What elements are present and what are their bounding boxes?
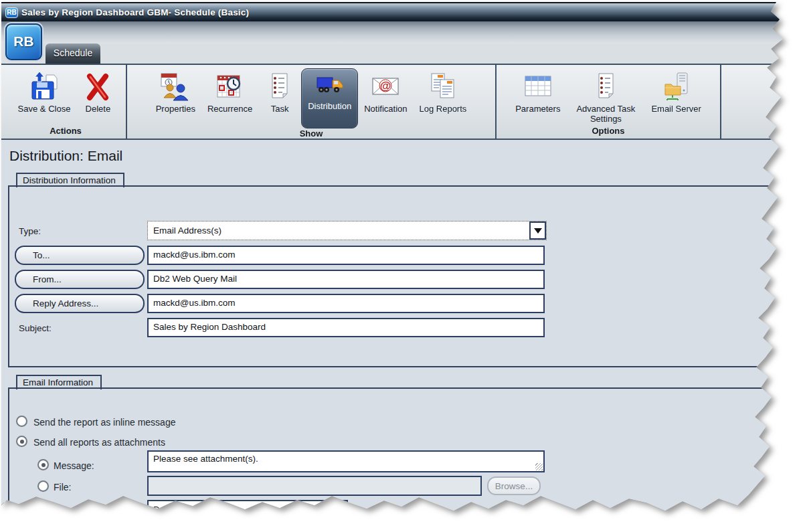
chevron-down-icon (335, 507, 343, 512)
task-checklist-icon (264, 71, 295, 102)
save-close-icon (29, 71, 60, 102)
ribbon-item-label: Log Reports (419, 104, 466, 114)
ribbon-item-label: Parameters (515, 104, 560, 114)
email-server-button[interactable]: Email Server (645, 68, 707, 114)
save-and-close-button[interactable]: Save & Close (12, 68, 77, 114)
groupbox-legend: Email Information (16, 375, 102, 389)
reply-address-button[interactable]: Reply Address... (15, 294, 145, 313)
ribbon-item-label: Distribution (308, 101, 351, 111)
recurrence-icon (215, 71, 246, 102)
delete-x-icon (82, 71, 113, 102)
ribbon: Save & Close Delete Acti (1, 64, 788, 140)
rb-app-button[interactable]: RB (5, 23, 42, 60)
rb-title-icon: RB (5, 7, 18, 18)
ribbon-group-actions: Save & Close Delete Acti (5, 65, 127, 139)
ribbon-group-title: Actions (5, 126, 126, 139)
packet-email-label: Packet Email: (15, 506, 72, 517)
ribbon-item-label: Advanced Task Settings (572, 104, 639, 124)
message-label[interactable]: Message: (54, 460, 94, 471)
message-text: Please see attachment(s). (153, 454, 258, 464)
message-textarea[interactable]: Please see attachment(s). (147, 450, 545, 472)
main-content: Distribution: Email Distribution Informa… (1, 140, 788, 523)
file-field[interactable] (147, 476, 482, 496)
advanced-task-settings-button[interactable]: Advanced Task Settings (566, 68, 645, 124)
packet-email-combobox[interactable]: Default (Yes) (147, 500, 348, 519)
email-server-icon (661, 71, 692, 102)
inline-message-radio[interactable] (16, 416, 27, 427)
reply-address-field[interactable]: mackd@us.ibm.com (147, 294, 545, 313)
properties-button[interactable]: Properties (150, 68, 201, 114)
ribbon-item-label: Delete (86, 104, 111, 114)
window-title: Sales by Region Dashboard GBM- Schedule … (21, 7, 249, 17)
notification-button[interactable]: @ Notification (358, 68, 413, 114)
file-radio[interactable] (37, 480, 49, 492)
distribution-truck-icon (315, 72, 345, 99)
app-window: RB Sales by Region Dashboard GBM- Schedu… (1, 2, 788, 523)
svg-text:@: @ (380, 80, 391, 92)
distribution-button[interactable]: Distribution (301, 68, 358, 128)
type-label: Type: (19, 226, 41, 236)
subject-label: Subject: (19, 323, 52, 333)
attachments-radio[interactable] (16, 436, 27, 447)
log-reports-button[interactable]: Log Reports (413, 68, 472, 114)
ribbon-item-label: Save & Close (18, 104, 71, 114)
inline-message-radio-label[interactable]: Send the report as inline message (33, 417, 175, 428)
ribbon-item-label: Properties (156, 104, 195, 114)
ribbon-item-label: Recurrence (207, 104, 252, 114)
task-button[interactable]: Task (258, 68, 301, 114)
from-field[interactable]: Db2 Web Query Mail (147, 270, 545, 289)
ribbon-item-label: Task (271, 104, 289, 114)
browse-button[interactable]: Browse... (487, 476, 541, 495)
type-combobox-value: Email Address(s) (148, 226, 529, 236)
attachments-radio-label[interactable]: Send all reports as attachments (33, 437, 165, 448)
from-button[interactable]: From... (15, 270, 145, 289)
parameters-button[interactable]: Parameters (509, 68, 566, 114)
tab-row: Schedule (1, 43, 788, 64)
to-field[interactable]: mackd@us.ibm.com (147, 246, 545, 265)
packet-email-value: Default (Yes) (149, 505, 331, 515)
recurrence-button[interactable]: Recurrence (201, 68, 258, 114)
ribbon-item-label: Notification (364, 104, 407, 114)
ribbon-item-label: Email Server (651, 104, 701, 114)
ribbon-group-show: Properties (127, 65, 497, 139)
page-title: Distribution: Email (9, 148, 122, 164)
properties-icon (160, 71, 191, 102)
title-bar: RB Sales by Region Dashboard GBM- Schedu… (1, 2, 788, 21)
ribbon-group-empty (723, 65, 803, 139)
tab-schedule[interactable]: Schedule (46, 43, 100, 64)
resize-grip-icon[interactable] (535, 463, 543, 470)
parameters-table-icon (523, 71, 553, 102)
to-button[interactable]: To... (15, 246, 145, 265)
ribbon-group-title: Options (497, 126, 720, 139)
chevron-down-icon (534, 228, 542, 234)
message-radio[interactable] (37, 459, 49, 470)
notification-email-icon: @ (370, 71, 401, 102)
screenshot-page: RB Sales by Region Dashboard GBM- Schedu… (0, 0, 803, 532)
advanced-task-settings-icon (590, 71, 621, 102)
type-combobox-arrow-button[interactable] (529, 221, 546, 240)
subject-field[interactable]: Sales by Region Dashboard (147, 318, 545, 337)
packet-email-arrow-button[interactable] (331, 501, 347, 517)
quick-access-toolbar: ? (1, 21, 788, 43)
delete-button[interactable]: Delete (76, 68, 119, 114)
log-reports-icon (428, 71, 458, 102)
file-label[interactable]: File: (54, 482, 71, 493)
ribbon-group-options: Parameters (497, 65, 721, 139)
type-combobox[interactable]: Email Address(s) (147, 221, 547, 240)
groupbox-legend: Distribution Information (16, 173, 124, 187)
